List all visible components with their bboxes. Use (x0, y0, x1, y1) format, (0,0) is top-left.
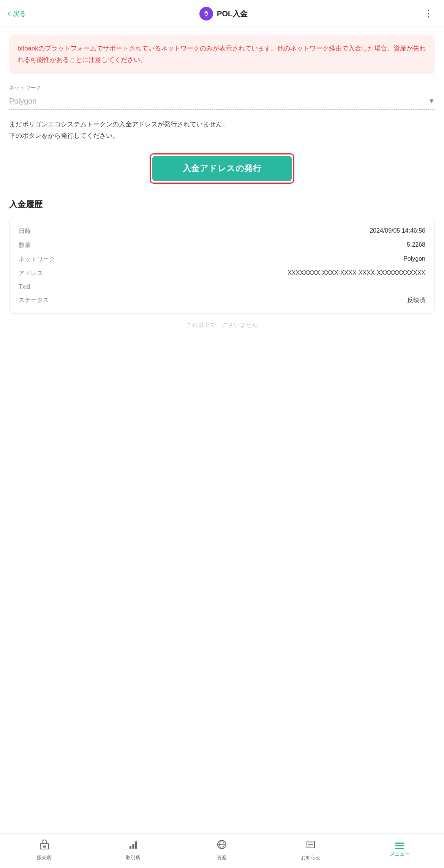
header-title: POL入金 (199, 7, 248, 20)
issue-button-wrapper: 入金アドレスの発行 (9, 153, 435, 184)
nav-label-asset: 資産 (217, 854, 227, 861)
issue-button-highlight: 入金アドレスの発行 (150, 153, 294, 184)
address-label: アドレス (19, 269, 53, 277)
nav-label-exchange: 取引所 (126, 854, 141, 861)
history-row-amount: 数量 5.2268 (19, 241, 425, 249)
history-row-address: アドレス XXXXXXXX-XXXX-XXXX-XXXX-XXXXXXXXXXX… (19, 269, 425, 277)
issue-address-button[interactable]: 入金アドレスの発行 (152, 156, 292, 181)
bottom-nav: 販売所 取引所 資産 (0, 833, 444, 868)
more-button[interactable]: ⋮ (421, 7, 436, 20)
svg-rect-2 (43, 846, 46, 848)
amount-value: 5.2268 (57, 241, 425, 248)
network-select[interactable]: Polygon ▼ (9, 95, 435, 110)
info-text: まだポリゴンエコシステムトークンの入金アドレスが発行されていません。 下のボタン… (9, 119, 435, 142)
status-value: 反映済 (57, 296, 425, 304)
back-label: 戻る (13, 9, 26, 18)
nav-label-news: お知らせ (301, 854, 321, 861)
chart-icon (128, 839, 139, 852)
history-row-date: 日時 2024/09/05 14:46:56 (19, 227, 425, 235)
network-value: Polygon (9, 97, 36, 106)
nav-item-shop[interactable]: 販売所 (29, 838, 60, 863)
back-arrow-icon: ‹ (8, 9, 10, 19)
back-button[interactable]: ‹ 戻る (8, 9, 26, 19)
news-icon (305, 839, 316, 852)
svg-rect-5 (135, 841, 137, 849)
history-row-txid: Txid (19, 284, 425, 290)
nav-item-asset[interactable]: 資産 (207, 838, 237, 863)
status-label: ステータス (19, 296, 53, 304)
svg-point-0 (205, 13, 207, 15)
history-title: 入金履歴 (9, 199, 435, 210)
nav-item-exchange[interactable]: 取引所 (118, 838, 149, 863)
amount-label: 数量 (19, 241, 53, 249)
svg-rect-3 (130, 846, 131, 849)
pol-icon (199, 7, 213, 20)
main-content: bitbankのプラットフォームでサポートされているネットワークのみが表示されて… (0, 27, 444, 833)
address-value: XXXXXXXX-XXXX-XXXX-XXXX-XXXXXXXXXXXX (57, 269, 425, 276)
next-card-hint: これ以上で ございません (9, 321, 435, 332)
date-value: 2024/09/05 14:46:56 (57, 227, 425, 234)
txid-label: Txid (19, 284, 53, 290)
nav-item-news[interactable]: お知らせ (295, 838, 326, 863)
asset-icon (216, 839, 227, 852)
shop-icon (39, 839, 50, 852)
svg-rect-4 (132, 844, 134, 849)
network-label-card: ネットワーク (19, 255, 55, 263)
nav-label-menu: メニュー (390, 851, 409, 858)
network-label: ネットワーク (9, 85, 435, 91)
nav-item-menu[interactable]: メニュー (384, 841, 415, 859)
history-row-status: ステータス 反映済 (19, 296, 425, 304)
chevron-down-icon: ▼ (428, 97, 435, 105)
history-row-network: ネットワーク Polygon (19, 255, 425, 263)
header: ‹ 戻る POL入金 ⋮ (0, 0, 444, 27)
date-label: 日時 (19, 227, 53, 235)
history-card: 日時 2024/09/05 14:46:56 数量 5.2268 ネットワーク … (9, 218, 435, 314)
warning-box: bitbankのプラットフォームでサポートされているネットワークのみが表示されて… (9, 35, 435, 74)
network-value-card: Polygon (59, 255, 425, 262)
warning-text: bitbankのプラットフォームでサポートされているネットワークのみが表示されて… (17, 43, 427, 66)
nav-label-shop: 販売所 (37, 854, 52, 861)
page-title: POL入金 (217, 9, 248, 19)
menu-icon (395, 843, 404, 849)
